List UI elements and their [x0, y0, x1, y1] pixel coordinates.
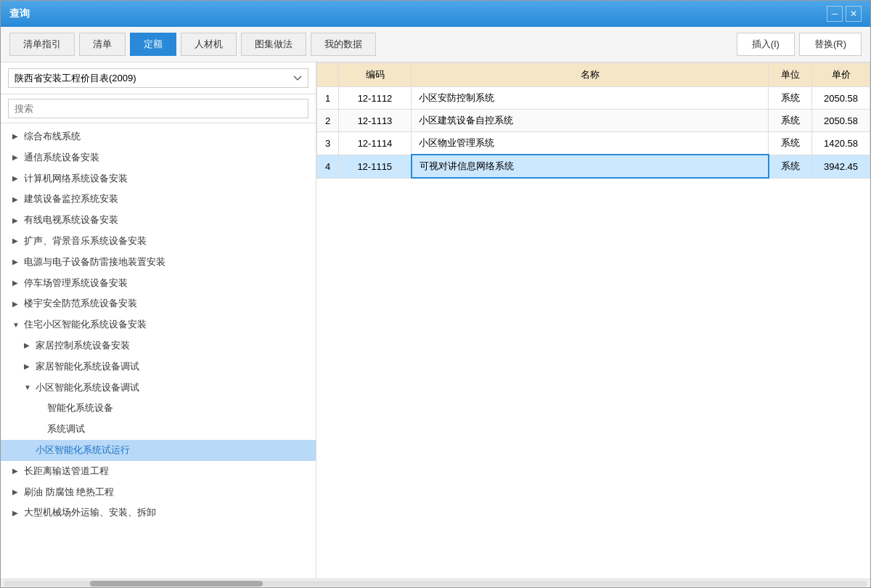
tree-item-label: 小区智能化系统试运行: [36, 443, 130, 458]
tree-arrow: ▶: [12, 277, 21, 289]
tree-item[interactable]: ▶ 扩声、背景音乐系统设备安装: [1, 231, 316, 252]
h-scroll-track[interactable]: [4, 581, 867, 587]
tree-item[interactable]: ▶ 长距离输送管道工程: [1, 461, 316, 482]
tab-people-material[interactable]: 人材机: [181, 33, 237, 56]
tree-item[interactable]: 智能化系统设备: [1, 398, 316, 419]
col-header-name: 名称: [412, 63, 769, 87]
tab-quota[interactable]: 定额: [130, 33, 176, 56]
window-title: 查询: [9, 7, 30, 20]
insert-button[interactable]: 插入(I): [737, 33, 795, 56]
tree-item-label: 小区智能化系统设备调试: [36, 380, 139, 396]
tree-item-label: 智能化系统设备: [47, 401, 113, 416]
tree-item[interactable]: ▶ 楼宇安全防范系统设备安装: [1, 293, 316, 314]
cell-num: 4: [317, 155, 339, 178]
tree-item[interactable]: ▼ 小区智能化系统设备调试: [1, 377, 316, 399]
cell-price: 3942.45: [812, 155, 870, 178]
tree-arrow: ▶: [12, 486, 21, 498]
tree-arrow: ▶: [24, 340, 33, 351]
tree-item-label: 停车场管理系统设备安装: [24, 276, 128, 291]
tree-item-label: 计算机网络系统设备安装: [24, 171, 128, 187]
tree-item-label: 通信系统设备安装: [24, 150, 99, 166]
tree-item-label: 长距离输送管道工程: [24, 464, 109, 479]
tab-list-guide[interactable]: 清单指引: [9, 33, 75, 56]
tree-arrow: ▶: [12, 173, 21, 184]
cell-price: 2050.58: [812, 110, 870, 132]
tree-item[interactable]: ▶ 通信系统设备安装: [1, 147, 316, 168]
tab-my-data[interactable]: 我的数据: [311, 33, 376, 56]
tree-arrow: ▼: [24, 382, 33, 393]
cell-code: 12-1115: [339, 155, 412, 178]
price-table-dropdown[interactable]: 陕西省安装工程价目表(2009): [8, 68, 308, 88]
main-content: 陕西省安装工程价目表(2009) ▶ 综合布线系统 ▶ 通信系统设备安装 ▶ 计…: [1, 62, 870, 579]
tree-item[interactable]: ▶ 电源与电子设备防雷接地装置安装: [1, 252, 316, 273]
left-panel: 陕西省安装工程价目表(2009) ▶ 综合布线系统 ▶ 通信系统设备安装 ▶ 计…: [1, 62, 316, 579]
tree-item[interactable]: ▶ 停车场管理系统设备安装: [1, 273, 316, 294]
col-header-code: 编码: [339, 63, 412, 87]
tree-item[interactable]: ▶ 综合布线系统: [1, 126, 316, 147]
tab-list[interactable]: 清单: [79, 33, 126, 56]
tree-item[interactable]: ▶ 家居控制系统设备安装: [1, 335, 316, 356]
tree-arrow: ▶: [24, 361, 33, 372]
cell-price: 1420.58: [812, 132, 870, 155]
tree-arrow: ▶: [12, 131, 21, 142]
tree-item-label: 大型机械场外运输、安装、拆卸: [24, 505, 156, 520]
main-window: 查询 ─ ✕ 清单指引 清单 定额 人材机 图集做法 我的数据 插入(I) 替换…: [0, 0, 871, 588]
cell-code: 12-1112: [339, 87, 412, 110]
title-bar: 查询 ─ ✕: [1, 1, 870, 27]
data-table: 编码 名称 单位 单价 1 12-1112 小区安防控制系统 系统 2050.5: [316, 62, 870, 179]
cell-num: 3: [317, 132, 339, 155]
cell-unit: 系统: [769, 87, 812, 110]
tree-item-selected[interactable]: 小区智能化系统试运行: [1, 440, 316, 461]
cell-num: 1: [317, 87, 339, 110]
tree-area[interactable]: ▶ 综合布线系统 ▶ 通信系统设备安装 ▶ 计算机网络系统设备安装 ▶ 建筑设备…: [1, 123, 316, 579]
replace-button[interactable]: 替换(R): [799, 33, 862, 56]
tree-item[interactable]: 系统调试: [1, 419, 316, 440]
tree-item[interactable]: ▼ 住宅小区智能化系统设备安装: [1, 314, 316, 335]
tree-arrow: ▶: [12, 152, 21, 163]
tree-arrow: ▶: [12, 256, 21, 268]
tree-item[interactable]: ▶ 计算机网络系统设备安装: [1, 168, 316, 189]
minimize-button[interactable]: ─: [827, 6, 843, 22]
tree-item[interactable]: ▶ 刷油 防腐蚀 绝热工程: [1, 482, 316, 503]
tree-item-label: 建筑设备监控系统安装: [24, 192, 118, 207]
col-header-unit: 单位: [769, 63, 812, 87]
cell-code: 12-1113: [339, 110, 412, 132]
cell-name: 小区建筑设备自控系统: [412, 110, 769, 132]
tree-item[interactable]: ▶ 建筑设备监控系统安装: [1, 189, 316, 210]
tab-atlas[interactable]: 图集做法: [241, 33, 306, 56]
dropdown-row: 陕西省安装工程价目表(2009): [1, 62, 316, 94]
table-row[interactable]: 3 12-1114 小区物业管理系统 系统 1420.58: [317, 132, 870, 155]
cell-name: 小区安防控制系统: [412, 87, 769, 110]
tree-arrow: ▶: [12, 215, 21, 226]
tree-item[interactable]: ▶ 大型机械场外运输、安装、拆卸: [1, 502, 316, 523]
search-row: [1, 94, 316, 123]
tree-item-label: 电源与电子设备防雷接地装置安装: [24, 255, 165, 270]
tree-item-label: 家居控制系统设备安装: [36, 338, 130, 354]
table-row[interactable]: 1 12-1112 小区安防控制系统 系统 2050.58: [317, 87, 870, 110]
tree-item-label: 家居智能化系统设备调试: [36, 359, 139, 375]
h-scroll-thumb[interactable]: [90, 581, 263, 587]
tree-arrow: ▶: [12, 235, 21, 247]
right-panel: 编码 名称 单位 单价 1 12-1112 小区安防控制系统 系统 2050.5: [316, 62, 870, 579]
search-input[interactable]: [8, 99, 308, 118]
tree-arrow: ▶: [12, 507, 21, 519]
tree-arrow: ▶: [12, 194, 21, 205]
cell-name: 可视对讲信息网络系统: [412, 155, 769, 178]
col-header-num: [317, 63, 339, 87]
cell-num: 2: [317, 110, 339, 132]
table-scroll-area[interactable]: 编码 名称 单位 单价 1 12-1112 小区安防控制系统 系统 2050.5: [316, 62, 870, 579]
col-header-price: 单价: [812, 63, 870, 87]
table-row[interactable]: 2 12-1113 小区建筑设备自控系统 系统 2050.58: [317, 110, 870, 132]
close-button[interactable]: ✕: [846, 6, 862, 22]
tree-item-label: 楼宇安全防范系统设备安装: [24, 296, 137, 311]
title-controls: ─ ✕: [827, 6, 862, 22]
table-row-selected[interactable]: 4 12-1115 可视对讲信息网络系统 系统 3942.45: [317, 155, 870, 178]
cell-price: 2050.58: [812, 87, 870, 110]
tree-arrow: ▼: [12, 319, 21, 331]
tree-item[interactable]: ▶ 家居智能化系统设备调试: [1, 356, 316, 377]
tree-item-label: 住宅小区智能化系统设备安装: [24, 317, 147, 332]
cell-code: 12-1114: [339, 132, 412, 155]
tree-item[interactable]: ▶ 有线电视系统设备安装: [1, 210, 316, 231]
tree-item-label: 系统调试: [47, 422, 85, 437]
cell-unit: 系统: [769, 110, 812, 132]
